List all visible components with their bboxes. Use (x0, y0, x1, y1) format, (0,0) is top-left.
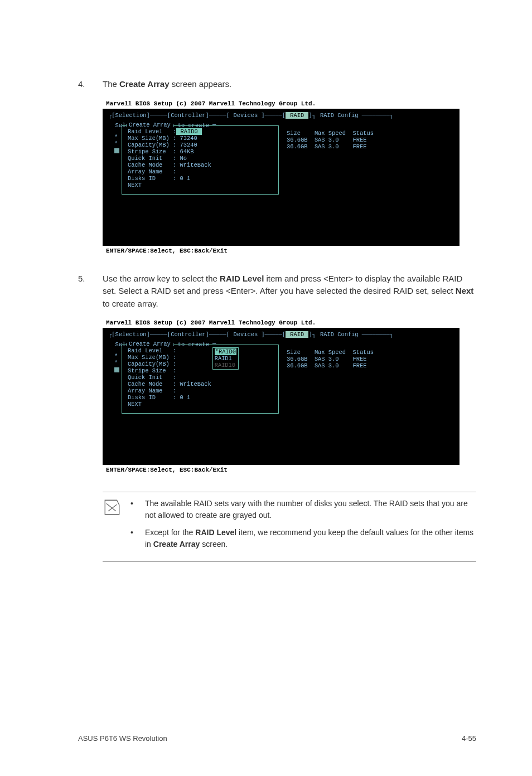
create-array-panel: Create Array ** Raid Level : Max Size(MB… (122, 345, 279, 414)
panels: Create Array ** Raid Level : Max Size(MB… (108, 349, 454, 414)
text-bold: RAID Level (220, 274, 264, 283)
panel-title: Create Array (127, 122, 173, 128)
raid-config-label: RAID Config ────────┐ (320, 331, 454, 338)
next-row: NEXT (128, 182, 273, 188)
text-bold: Create Array (119, 79, 170, 89)
create-array-panel: Create Array ** Raid Level : RAID0 Max S… (122, 125, 279, 195)
bios-status-bar: ENTER/SPACE:Select, ESC:Back/Exit (103, 246, 460, 256)
raid-level-value: RAID0 (176, 128, 202, 135)
star-markers: ** (114, 134, 118, 147)
raid-level-row: Raid Level : (128, 347, 211, 354)
star-markers: ** (114, 353, 118, 366)
text: ] (308, 331, 312, 338)
raid-tab: RAID (286, 112, 308, 119)
bios-title: Marvell BIOS Setup (c) 2007 Marvell Tech… (103, 318, 460, 328)
array-name-row: Array Name : (128, 387, 211, 394)
bios-status-bar: ENTER/SPACE:Select, ESC:Back/Exit (103, 465, 460, 475)
bullet-icon: • (130, 527, 136, 550)
bios-body: ┌[Selection]─────[Controller]─────[ Devi… (103, 328, 460, 465)
bios-screenshot-2: Marvell BIOS Setup (c) 2007 Marvell Tech… (103, 318, 460, 475)
max-size-row: Max Size(MB) : (128, 354, 211, 361)
note-item: • Except for the RAID Level item, we rec… (130, 527, 476, 550)
disks-id-row: Disks ID : 0 1 (128, 394, 211, 401)
disk-table: Size Max Speed Status 36.6GB SAS 3.0 FRE… (287, 130, 454, 195)
table-row: 36.6GB SAS 3.0 FREE (287, 137, 454, 143)
bullet-icon: • (130, 498, 136, 521)
note-text: The available RAID sets vary with the nu… (145, 498, 476, 521)
bios-screenshot-1: Marvell BIOS Setup (c) 2007 Marvell Tech… (103, 99, 460, 256)
raid-tab: RAID (286, 331, 308, 338)
footer-right: 4-55 (462, 734, 476, 743)
panel-title: Create Array (127, 341, 173, 347)
text: Use the arrow key to select the (103, 274, 220, 283)
text: The (103, 79, 119, 89)
scroll-indicator (114, 367, 119, 372)
capacity-row: Capacity(MB) : (128, 361, 211, 367)
label: Raid Level : (128, 128, 176, 135)
raid-level-row: Raid Level : RAID0 (128, 128, 273, 135)
page-footer: ASUS P6T6 WS Revolution 4-55 (78, 734, 476, 743)
table-row: 36.6GB SAS 3.0 FREE (287, 356, 454, 362)
array-name-row: Array Name : (128, 168, 273, 175)
cache-mode-row: Cache Mode : WriteBack (128, 381, 211, 387)
option-raid10: RAID10 (215, 362, 236, 368)
text: Except for the (145, 528, 195, 537)
text: screen appears. (170, 79, 232, 89)
step-5-number: 5. (78, 273, 103, 311)
step-4: 4. The Create Array screen appears. (78, 78, 476, 91)
text: ] (308, 112, 312, 119)
note-item: • The available RAID sets vary with the … (130, 498, 476, 521)
note-text: Except for the RAID Level item, we recom… (145, 527, 476, 550)
table-row: 36.6GB SAS 3.0 FREE (287, 143, 454, 150)
text: screen. (200, 540, 228, 549)
option-raid0: *RAID0 (215, 348, 236, 355)
raid-level-dropdown: *RAID0 RAID1 RAID10 (212, 347, 239, 370)
note-items: • The available RAID sets vary with the … (130, 498, 476, 556)
table-row: 36.6GB SAS 3.0 FREE (287, 362, 454, 369)
max-size-row: Max Size(MB) : 73240 (128, 135, 273, 142)
next-row: NEXT (128, 401, 211, 408)
table-header: Size Max Speed Status (287, 349, 454, 356)
raid-config-label: RAID Config ────────┐ (320, 112, 454, 119)
option-raid1: RAID1 (215, 355, 236, 362)
capacity-row: Capacity(MB) : 73240 (128, 142, 273, 148)
bios-body: ┌[Selection]─────[Controller]─────[ Devi… (103, 109, 460, 246)
text-bold: Create Array (153, 540, 200, 549)
page: 4. The Create Array screen appears. Marv… (0, 0, 532, 769)
note-icon (103, 498, 122, 556)
stripe-row: Stripe Size : 64KB (128, 148, 273, 155)
table-header: Size Max Speed Status (287, 130, 454, 137)
text: [Selection]─────[Controller]─────[ Devic… (112, 112, 286, 119)
text: [Selection]─────[Controller]─────[ Devic… (112, 331, 286, 338)
disk-table: Size Max Speed Status 36.6GB SAS 3.0 FRE… (287, 349, 454, 414)
step-4-text: The Create Array screen appears. (103, 78, 476, 91)
scroll-indicator (114, 148, 119, 153)
step-4-number: 4. (78, 78, 103, 91)
disks-id-row: Disks ID : 0 1 (128, 175, 273, 182)
text-bold: RAID Level (195, 528, 236, 537)
quick-init-row: Quick Init : (128, 374, 211, 381)
text-bold: Next (456, 286, 474, 295)
note-block: • The available RAID sets vary with the … (103, 492, 476, 562)
footer-left: ASUS P6T6 WS Revolution (78, 734, 167, 743)
text: to create array. (103, 299, 158, 308)
quick-init-row: Quick Init : No (128, 155, 273, 162)
step-5-text: Use the arrow key to select the RAID Lev… (103, 273, 476, 311)
stripe-row: Stripe Size : (128, 367, 211, 374)
cache-mode-row: Cache Mode : WriteBack (128, 162, 273, 168)
panels: Create Array ** Raid Level : RAID0 Max S… (108, 130, 454, 195)
step-5: 5. Use the arrow key to select the RAID … (78, 273, 476, 311)
bios-title: Marvell BIOS Setup (c) 2007 Marvell Tech… (103, 99, 460, 109)
